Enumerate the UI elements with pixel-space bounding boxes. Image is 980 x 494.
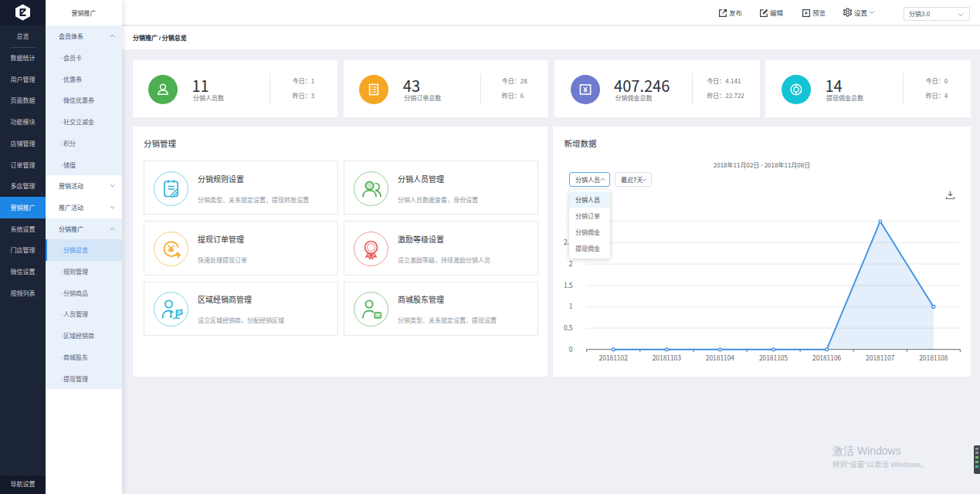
svg-text:20181108: 20181108: [919, 353, 948, 362]
svg-text:2: 2: [569, 259, 573, 268]
svg-text:20181102: 20181102: [599, 353, 629, 362]
svg-text:20181105: 20181105: [759, 353, 788, 362]
svg-text:20181104: 20181104: [706, 353, 735, 362]
svg-text:20181106: 20181106: [812, 353, 842, 362]
svg-text:1.5: 1.5: [564, 280, 573, 289]
svg-text:20181107: 20181107: [866, 353, 895, 362]
svg-text:0.5: 0.5: [564, 323, 573, 332]
svg-text:20181103: 20181103: [653, 353, 682, 362]
svg-text:1: 1: [569, 301, 573, 310]
svg-text:0: 0: [569, 344, 573, 354]
